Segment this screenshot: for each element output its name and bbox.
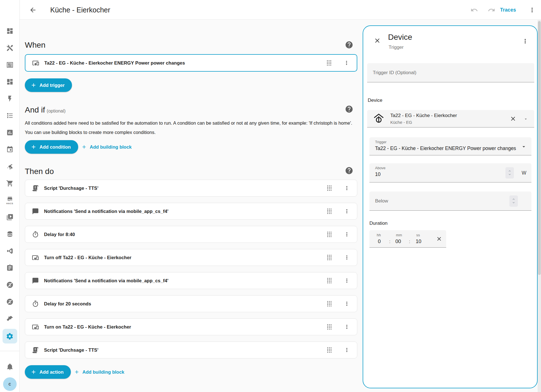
undo-icon[interactable] — [468, 4, 480, 16]
above-label: Above — [375, 166, 386, 170]
device-section-label: Device — [368, 98, 382, 103]
scrollbar-thumb[interactable] — [538, 21, 541, 275]
sidebar-item-media[interactable] — [3, 210, 17, 224]
minutes-value[interactable]: 00 — [395, 239, 401, 245]
traces-link[interactable]: Traces — [500, 0, 516, 20]
action-row[interactable]: Turn off Ta22 - EG - Küche - Eierkocher — [25, 249, 357, 266]
sidebar-item-cameras[interactable] — [3, 160, 17, 173]
store-icon — [7, 196, 13, 202]
clear-device-icon[interactable] — [508, 114, 518, 124]
trigger-id-input[interactable]: Trigger ID (Optional) — [367, 63, 534, 82]
drag-handle-icon[interactable] — [324, 276, 334, 286]
seconds-value[interactable]: 10 — [416, 239, 421, 245]
action-row[interactable]: Script 'Durchsage - TTS' — [25, 342, 357, 358]
device-picker[interactable]: Ta22 - EG - Küche - Eierkocher Küche - E… — [367, 110, 534, 127]
drag-handle-icon[interactable] — [324, 58, 334, 68]
add-trigger-button[interactable]: Add trigger — [25, 78, 72, 92]
action-row[interactable]: Turn on Ta22 - EG - Küche - Eierkocher — [25, 318, 357, 335]
row-menu-icon[interactable] — [342, 252, 352, 263]
sidebar-item-vscode[interactable] — [3, 244, 17, 258]
sidebar-item-cards[interactable] — [3, 58, 17, 72]
panel-menu-icon[interactable] — [520, 36, 530, 46]
add-building-block-button[interactable]: Add building block — [81, 140, 132, 154]
tools-icon — [6, 44, 14, 52]
sidebar-item-energy[interactable] — [3, 92, 17, 105]
below-stepper[interactable] — [509, 195, 518, 207]
drag-handle-icon[interactable] — [324, 322, 334, 332]
back-arrow-icon[interactable] — [27, 4, 39, 16]
sidebar-item-logbook[interactable] — [3, 261, 17, 275]
clear-duration-icon[interactable] — [434, 234, 444, 244]
sidebar-item-shopping[interactable] — [3, 177, 17, 190]
close-icon[interactable] — [373, 36, 382, 45]
plus-icon — [81, 144, 87, 150]
drag-handle-icon[interactable] — [324, 345, 334, 355]
plus-icon — [74, 369, 80, 375]
action-row[interactable]: Delay for 20 seconds — [25, 295, 357, 312]
devices-icon — [32, 254, 39, 261]
sidebar-item-history[interactable] — [3, 126, 17, 139]
then-do-help-icon[interactable] — [345, 166, 353, 175]
sidebar-item-dashboard-alt[interactable] — [3, 75, 17, 89]
sidebar-item-notifications[interactable] — [3, 360, 17, 373]
trigger-row[interactable]: Ta22 - EG - Küche - Eierkocher ENERGY Po… — [25, 54, 357, 72]
sidebar-item-developer-tools[interactable] — [3, 312, 17, 325]
sidebar-item-todo[interactable] — [3, 109, 17, 122]
user-avatar[interactable]: c — [3, 377, 17, 391]
add-building-block-button[interactable]: Add building block — [74, 365, 124, 379]
above-input[interactable]: Above 10 W — [369, 163, 531, 182]
trigger-select[interactable]: Trigger Ta22 - EG - Küche - Eierkocher E… — [369, 137, 531, 155]
action-row[interactable]: Notifications 'Send a notification via m… — [25, 203, 357, 220]
hammer-icon — [6, 315, 14, 322]
sidebar-item-hacs[interactable]: HACS — [3, 193, 17, 207]
drag-handle-icon[interactable] — [324, 229, 334, 239]
hours-value[interactable]: 0 — [378, 239, 381, 245]
row-menu-icon[interactable] — [341, 58, 352, 68]
drag-handle-icon[interactable] — [324, 299, 334, 309]
trigger-editor-panel: Device Trigger Trigger ID (Optional) Dev… — [363, 25, 538, 388]
above-value: 10 — [375, 171, 380, 177]
when-help-icon[interactable] — [345, 41, 353, 49]
zigbee2mqtt-icon — [6, 281, 14, 289]
add-condition-button[interactable]: Add condition — [25, 140, 78, 154]
sidebar-item-zigbee2mqtt-2[interactable] — [3, 295, 17, 309]
action-row[interactable]: Delay for 8:40 — [25, 226, 357, 243]
above-unit: W — [522, 170, 526, 176]
trigger-select-label: Trigger — [375, 140, 387, 144]
page-title: Küche - Eierkocher — [50, 0, 110, 20]
row-menu-icon[interactable] — [342, 322, 352, 332]
sidebar-item-calendar[interactable] — [3, 143, 17, 156]
row-menu-icon[interactable] — [342, 276, 352, 286]
scrollbar[interactable] — [538, 20, 541, 392]
sidebar-item-dashboard[interactable] — [3, 24, 17, 38]
minutes-label: mm — [396, 233, 402, 237]
drag-handle-icon[interactable] — [324, 206, 334, 216]
sidebar-item-database[interactable] — [3, 227, 17, 241]
timer-icon — [32, 300, 39, 307]
row-menu-icon[interactable] — [342, 183, 352, 193]
chart-box-icon — [6, 129, 14, 136]
action-row[interactable]: Notifications 'Send a notification via m… — [25, 272, 357, 289]
row-menu-icon[interactable] — [342, 345, 352, 355]
row-menu-icon[interactable] — [342, 299, 352, 309]
drag-handle-icon[interactable] — [324, 252, 334, 263]
conditions-description: All conditions added here need to be sat… — [25, 118, 358, 137]
action-row[interactable]: Script 'Durchsage - TTS' — [25, 180, 357, 197]
above-stepper[interactable] — [505, 167, 514, 179]
redo-icon[interactable] — [485, 4, 498, 16]
below-input[interactable]: Below — [369, 191, 531, 211]
row-menu-icon[interactable] — [342, 229, 352, 239]
add-action-button[interactable]: Add action — [25, 365, 71, 379]
sidebar-item-tools[interactable] — [3, 41, 17, 55]
row-menu-icon[interactable] — [342, 206, 352, 216]
devices-icon — [32, 323, 39, 331]
drag-handle-icon[interactable] — [324, 183, 334, 193]
sidebar-item-zigbee2mqtt[interactable] — [3, 278, 17, 292]
overflow-menu-icon[interactable] — [526, 4, 538, 16]
and-if-help-icon[interactable] — [345, 105, 353, 113]
duration-input[interactable]: hh 0 : mm 00 : ss 10 — [369, 230, 446, 248]
dropdown-arrow-icon[interactable] — [521, 144, 527, 150]
chevron-down-icon[interactable] — [524, 117, 528, 121]
sidebar-item-settings[interactable] — [3, 329, 17, 343]
optional-label: (optional) — [47, 109, 66, 113]
